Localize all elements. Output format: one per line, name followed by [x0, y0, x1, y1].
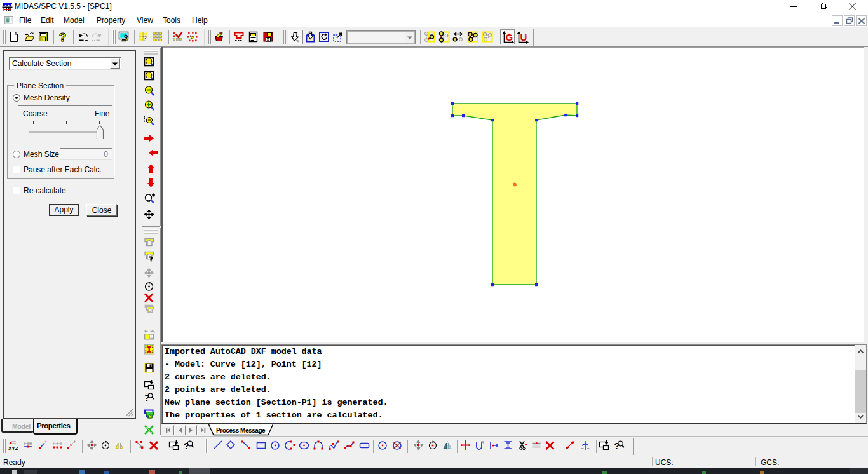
svg-text:?: ?: [59, 30, 67, 44]
svg-text:R: R: [481, 440, 484, 445]
svg-text:G: G: [506, 32, 513, 43]
svg-text:?: ?: [142, 34, 147, 43]
svg-text:Process Message: Process Message: [216, 427, 266, 434]
svg-text:XYZ: XYZ: [8, 445, 18, 451]
svg-text:U: U: [520, 32, 527, 43]
